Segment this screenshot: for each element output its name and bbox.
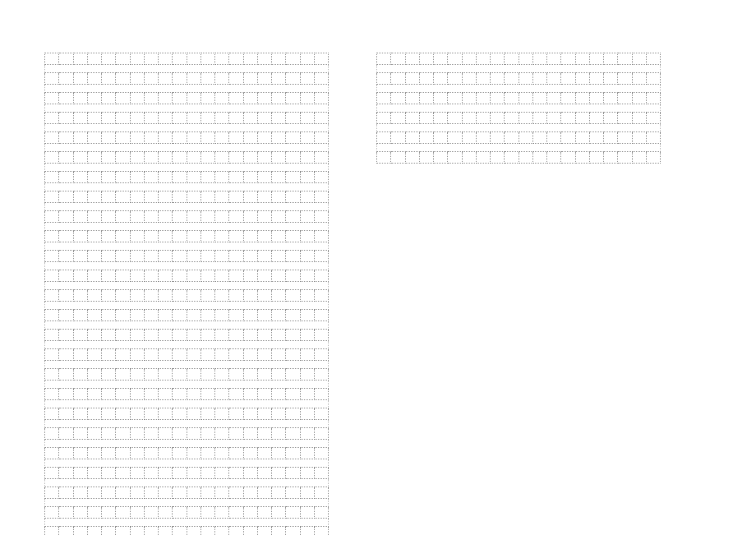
gap-cell [215,420,229,428]
writing-cell [314,251,328,262]
writing-cell [377,73,391,85]
gap-cell [87,420,101,428]
gap-cell [314,262,328,270]
writing-cell [73,191,87,203]
gap-cell [159,519,173,527]
writing-cell [314,448,328,459]
writing-cell [59,349,73,361]
writing-row [45,211,329,223]
gap-cell [286,282,300,290]
writing-cell [476,152,490,164]
gap-cell [130,479,144,487]
gap-cell [73,104,87,113]
gap-cell [159,400,173,408]
writing-cell [575,93,589,104]
gap-cell [159,104,173,113]
writing-cell [286,290,300,302]
gap-cell [102,380,116,389]
gap-cell [476,104,490,113]
writing-cell [243,172,257,183]
gap-cell [243,65,257,73]
gap-cell [215,262,229,270]
gap-cell [102,400,116,408]
writing-cell [215,448,229,459]
writing-cell [45,487,59,499]
writing-cell [462,152,476,164]
writing-cell [130,507,144,519]
gap-cell [272,341,286,349]
gap-cell [229,282,243,290]
writing-cell [286,211,300,223]
gap-cell [272,380,286,389]
writing-cell [286,468,300,479]
writing-cell [201,132,214,144]
gap-cell [519,65,532,73]
gap-cell [173,104,187,113]
writing-cell [144,152,158,164]
gap-cell [300,499,314,507]
writing-cell [59,191,73,203]
writing-cell [286,507,300,519]
writing-cell [229,73,243,85]
gap-cell [159,321,173,330]
writing-cell [229,172,243,183]
gap-cell [314,65,328,73]
writing-cell [476,53,490,65]
gap-cell [144,380,158,389]
writing-cell [187,53,201,65]
gap-cell [59,459,73,468]
writing-cell [102,468,116,479]
gap-cell [519,85,532,93]
writing-cell [116,389,130,400]
writing-cell [589,93,603,104]
gap-cell [144,361,158,369]
writing-cell [87,251,101,262]
writing-cell [314,507,328,519]
gap-cell [45,341,59,349]
writing-cell [476,73,490,85]
writing-cell [257,507,271,519]
writing-cell [243,132,257,144]
gap-cell [575,85,589,93]
gap-cell [159,164,173,172]
writing-cell [286,428,300,440]
gap-cell [632,144,646,152]
gap-row [45,440,329,448]
writing-cell [87,448,101,459]
writing-cell [201,507,214,519]
gap-cell [201,302,214,310]
gap-cell [314,144,328,152]
gap-cell [419,65,433,73]
gap-cell [102,302,116,310]
gap-cell [243,519,257,527]
writing-cell [300,270,314,282]
writing-cell [632,53,646,65]
writing-cell [243,270,257,282]
gap-row [45,183,329,191]
writing-row [45,132,329,144]
gap-cell [159,499,173,507]
gap-cell [286,400,300,408]
writing-cell [102,113,116,124]
gap-row [45,144,329,152]
writing-cell [45,369,59,380]
writing-cell [405,152,419,164]
gap-cell [102,183,116,191]
writing-cell [476,132,490,144]
writing-cell [257,152,271,164]
writing-cell [286,93,300,104]
gap-cell [173,302,187,310]
gap-cell [229,164,243,172]
gap-cell [314,104,328,113]
gap-cell [286,183,300,191]
gap-cell [314,400,328,408]
writing-cell [272,349,286,361]
gap-cell [229,302,243,310]
gap-cell [215,499,229,507]
gap-cell [257,183,271,191]
gap-cell [73,164,87,172]
gap-cell [59,341,73,349]
writing-cell [419,73,433,85]
writing-cell [243,349,257,361]
gap-cell [59,479,73,487]
